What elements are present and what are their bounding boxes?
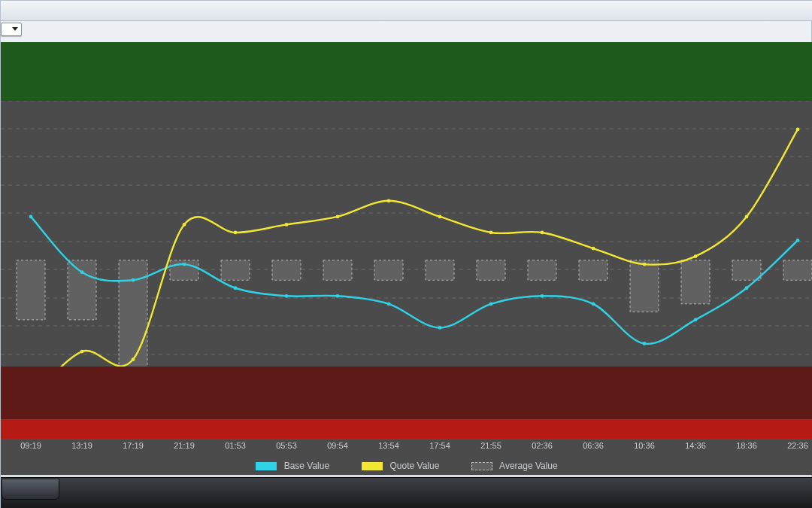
upper-threshold-band: [1, 42, 812, 101]
x-tick-label: 18:36: [736, 441, 757, 450]
legend-item-base[interactable]: Base Value: [256, 461, 329, 471]
legend-item-quote[interactable]: Quote Value: [362, 461, 439, 471]
svg-point-40: [745, 286, 749, 290]
legend-item-avg[interactable]: Average Value: [471, 461, 557, 471]
svg-point-49: [387, 199, 391, 202]
x-tick-label: 13:54: [378, 441, 399, 450]
window-frame: 09:1913:1917:1921:1901:5305:5309:5413:54…: [0, 0, 812, 508]
svg-rect-14: [221, 260, 250, 280]
x-tick-label: 22:36: [787, 441, 808, 450]
x-tick-label: 17:54: [429, 441, 450, 450]
x-tick-label: 05:53: [276, 441, 297, 450]
svg-point-44: [132, 357, 135, 361]
x-tick-label: 14:36: [685, 441, 706, 450]
svg-rect-22: [630, 260, 659, 312]
svg-point-27: [80, 270, 84, 274]
svg-rect-10: [17, 260, 45, 320]
lower-threshold-band: [1, 367, 812, 419]
x-axis-labels: 09:1913:1917:1921:1901:5305:5309:5413:54…: [1, 441, 812, 458]
footer-tab[interactable]: [2, 479, 59, 500]
svg-rect-16: [323, 260, 352, 280]
window-footer: [1, 477, 812, 508]
svg-point-29: [183, 263, 186, 266]
svg-rect-11: [68, 260, 96, 320]
legend-label-quote: Quote Value: [390, 461, 440, 471]
svg-point-53: [592, 247, 595, 251]
svg-point-39: [694, 318, 698, 322]
svg-point-54: [643, 263, 647, 266]
chart-panel: 09:1913:1917:1921:1901:5305:5309:5413:54…: [1, 42, 812, 475]
svg-point-52: [541, 231, 544, 235]
svg-rect-21: [579, 260, 607, 280]
svg-point-37: [592, 302, 595, 306]
svg-point-47: [285, 223, 289, 227]
x-tick-label: 13:19: [71, 441, 92, 450]
x-tick-label: 10:36: [634, 441, 655, 450]
window-titlebar: [1, 1, 812, 21]
svg-point-56: [745, 214, 749, 218]
svg-point-38: [643, 342, 647, 345]
svg-point-50: [438, 214, 442, 218]
x-tick-label: 09:54: [327, 441, 348, 450]
svg-rect-12: [119, 260, 147, 367]
svg-point-51: [489, 231, 493, 235]
svg-point-43: [80, 350, 84, 354]
x-tick-label: 21:19: [174, 441, 195, 450]
svg-rect-19: [477, 260, 505, 280]
svg-point-41: [796, 239, 800, 242]
svg-point-46: [234, 231, 238, 235]
svg-point-28: [132, 278, 135, 282]
x-tick-label: 02:36: [532, 441, 553, 450]
legend-swatch-avg: [471, 462, 492, 470]
chart-plot[interactable]: [1, 42, 812, 439]
svg-rect-24: [732, 260, 761, 280]
svg-point-26: [29, 214, 33, 218]
svg-rect-15: [272, 260, 301, 280]
average-value-boxes: [17, 260, 812, 367]
svg-point-55: [694, 254, 698, 258]
lower-threshold-strip: [1, 419, 812, 439]
svg-point-33: [387, 302, 391, 306]
x-tick-label: 21:55: [480, 441, 501, 450]
svg-point-35: [489, 302, 493, 306]
svg-point-30: [234, 286, 238, 290]
x-tick-label: 09:19: [20, 441, 41, 450]
x-tick-label: 17:19: [123, 441, 144, 450]
svg-rect-20: [528, 260, 556, 280]
svg-rect-23: [681, 260, 710, 304]
svg-point-32: [336, 294, 340, 298]
svg-rect-17: [374, 260, 403, 280]
series-dropdown[interactable]: [1, 23, 22, 36]
svg-point-57: [796, 128, 800, 132]
svg-point-31: [285, 294, 289, 298]
legend-swatch-quote: [362, 462, 383, 470]
svg-point-36: [541, 294, 544, 298]
legend-label-avg: Average Value: [499, 461, 558, 471]
x-tick-label: 06:36: [583, 441, 604, 450]
svg-point-34: [438, 326, 442, 330]
svg-point-45: [183, 223, 186, 227]
svg-rect-18: [426, 260, 454, 280]
legend-swatch-base: [256, 462, 277, 470]
svg-point-48: [336, 214, 340, 218]
svg-rect-25: [783, 260, 812, 280]
legend: Base Value Quote Value Average Value: [1, 461, 812, 471]
x-tick-label: 01:53: [225, 441, 246, 450]
legend-label-base: Base Value: [284, 461, 330, 471]
